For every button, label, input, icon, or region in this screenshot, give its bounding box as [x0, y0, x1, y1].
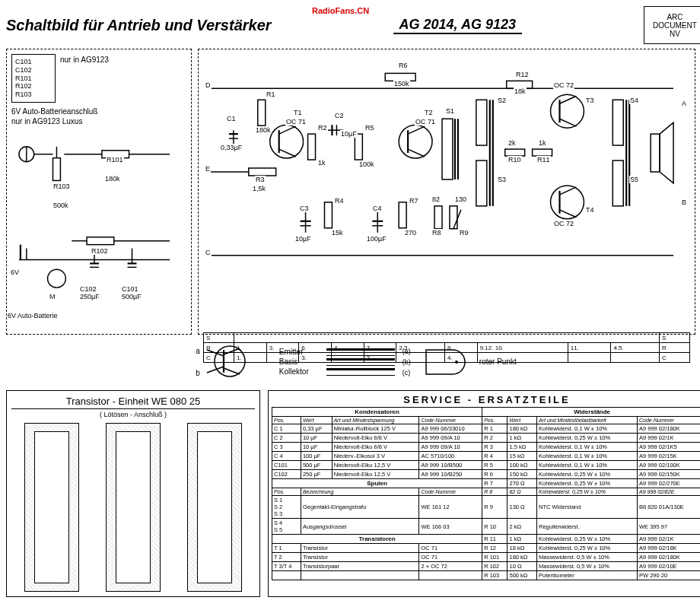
stripe-cell: 9.12. 10.	[477, 343, 568, 353]
c1-value: 0,33µF	[220, 144, 243, 151]
s2-label: S2	[497, 97, 507, 104]
stripe-cell: 8.	[444, 343, 477, 353]
amplifier-section-box: D E C A B C1 0,33µF R1 180k T1 OC 71 R2 …	[198, 49, 695, 335]
c2-value: 10µF	[340, 130, 358, 138]
t2-type: OC 71	[415, 118, 436, 125]
list-item: R102	[15, 82, 52, 91]
r3-value: 1,5k	[252, 185, 266, 192]
c102-label: C102	[79, 285, 97, 293]
legend-a: a	[196, 347, 200, 355]
caps-header: Kondensatoren	[272, 408, 482, 417]
r10-label: R10	[508, 156, 522, 164]
svg-rect-3	[53, 158, 61, 181]
svg-line-30	[279, 126, 296, 134]
svg-rect-32	[308, 134, 316, 160]
r1-value: 180k	[255, 126, 272, 134]
col-pos: Pos.	[272, 417, 301, 424]
stripe-cell: S	[204, 333, 234, 343]
stripe-cell: 4.	[332, 343, 364, 353]
r11-label: R11	[536, 156, 551, 164]
c102-value: 250µF	[79, 293, 100, 300]
c101-label: C101	[121, 285, 139, 293]
svg-rect-58	[476, 160, 487, 206]
r8-value: 82	[431, 195, 441, 203]
r102-label: R102	[91, 247, 109, 255]
r7-value: 270	[404, 229, 417, 237]
component-strip-table: S S R 1. 3. 6. 4. 7. 2.3. 8. 9.12. 10. 1…	[203, 332, 690, 363]
corner-text-2: DOCUMENT	[653, 21, 697, 30]
svg-line-31	[279, 149, 296, 157]
r103-label: R103	[52, 183, 71, 190]
r2-value: 1k	[317, 159, 326, 167]
list-item: R101	[15, 75, 52, 83]
service-parts-box: SERVICE - ERSATZTEILE Kondensatoren Wide…	[268, 390, 700, 597]
svg-rect-54	[434, 206, 442, 229]
svg-line-70	[560, 187, 577, 195]
stripe-cell: 2.	[364, 353, 396, 363]
c101-value: 500µF	[121, 293, 142, 300]
parts-table: Kondensatoren Widerstände Pos. Wert Art …	[272, 407, 700, 580]
r101-value: 180k	[104, 175, 121, 183]
only-in-note: nur in AG9123	[60, 56, 109, 104]
r5-value: 100k	[358, 160, 375, 168]
t4-label: T4	[585, 206, 595, 214]
svg-marker-77	[660, 122, 673, 183]
svg-line-66	[560, 96, 577, 103]
c4-value: 100µF	[366, 235, 387, 243]
r12-label: R12	[515, 71, 530, 78]
battery-note-2: nur in AG9123 Luxus	[11, 117, 186, 125]
legend-c-pin: (c)	[402, 369, 411, 376]
svg-rect-63	[533, 149, 552, 156]
c4-label: C4	[372, 205, 383, 212]
node-c: C	[205, 249, 212, 256]
c1-label: C1	[226, 115, 237, 122]
r8-label: R8	[431, 229, 442, 237]
node-d: D	[205, 81, 212, 89]
node-b: B	[681, 199, 687, 206]
c3-value: 10µF	[294, 235, 312, 243]
schematic-row: C101 C102 R101 R102 R103 nur in AG9123 6…	[6, 49, 700, 335]
svg-rect-57	[476, 100, 487, 145]
svg-rect-50	[399, 202, 406, 228]
list-item: C102	[15, 66, 52, 75]
legend-kollektor: Kollektor	[279, 367, 325, 376]
r6-value: 150k	[393, 80, 410, 87]
transistor-unit-subtitle: ( Lötösen - Anschluß )	[11, 411, 255, 418]
model-numbers: AG 2014, AG 9123	[393, 17, 522, 34]
corner-box: ARC DOCUMENT NV	[644, 6, 700, 44]
stripe-cell: 1.	[234, 353, 266, 363]
svg-rect-76	[651, 134, 660, 172]
transistor-unit-box: Transistor - Einheit WE 080 25 ( Lötösen…	[6, 390, 260, 597]
t4-type: OC 72	[553, 220, 574, 227]
stripe-cell: 3.	[299, 353, 332, 363]
svg-line-83	[224, 368, 240, 374]
col-wert: Wert	[301, 417, 332, 424]
stripe-cell: 1.	[234, 343, 266, 353]
col-wert: Wert	[508, 417, 537, 424]
r103-value: 500k	[52, 202, 69, 209]
page-title: Schaltbild für Antrieb und Verstärker	[6, 17, 272, 34]
stripe-cell: 4.	[444, 353, 477, 363]
component-list-box: C101 C102 R101 R102 R103	[11, 54, 56, 103]
svg-point-68	[551, 186, 584, 219]
battery-note-1: 6V Auto-Batterieanschluß	[11, 107, 186, 116]
r12-value: 18k	[514, 87, 527, 95]
svg-rect-27	[258, 100, 266, 125]
col-pos: Pos.	[482, 417, 508, 424]
r10-value: 2k	[508, 139, 517, 147]
transistor-unit-title: Transistor - Einheit WE 080 25	[11, 396, 255, 409]
r4-label: R4	[334, 197, 345, 205]
t3-label: T3	[585, 97, 595, 104]
batt-label: 6V Auto-Batterie	[7, 312, 59, 319]
service-title: SERVICE - ERSATZTEILE	[272, 394, 700, 405]
list-item: R103	[15, 91, 52, 99]
legend-b: b	[196, 369, 200, 377]
svg-point-11	[48, 269, 66, 288]
svg-rect-41	[355, 134, 362, 160]
stripe-cell: C	[659, 353, 689, 363]
pcb-view-2	[106, 423, 161, 592]
c3-label: C3	[299, 205, 310, 212]
list-item: C101	[15, 58, 52, 66]
lower-row: Transistor - Einheit WE 080 25 ( Lötösen…	[6, 390, 700, 597]
s5-label: S5	[629, 176, 639, 183]
